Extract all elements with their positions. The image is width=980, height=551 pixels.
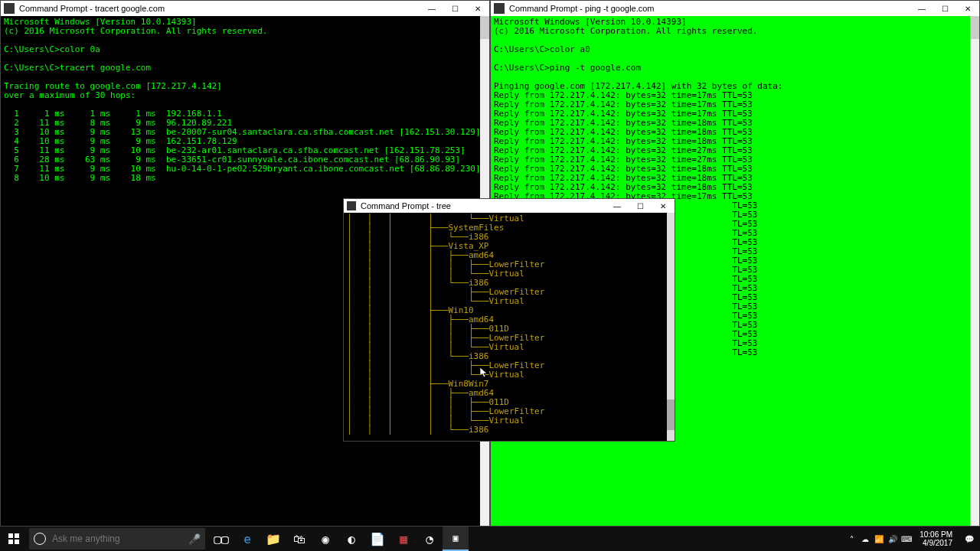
volume-icon[interactable]: 🔊 bbox=[886, 527, 900, 551]
svg-rect-0 bbox=[8, 533, 13, 538]
action-center-icon[interactable]: 💬 bbox=[959, 535, 980, 543]
minimize-button[interactable]: — bbox=[606, 198, 629, 214]
close-button[interactable]: ✕ bbox=[956, 1, 979, 16]
file-explorer-icon[interactable]: 📁 bbox=[260, 527, 286, 551]
chrome-icon[interactable]: ◉ bbox=[312, 527, 338, 551]
tree-titlebar[interactable]: Command Prompt - tree — ☐ ✕ bbox=[344, 199, 675, 213]
cortana-icon bbox=[34, 533, 46, 545]
minimize-button[interactable]: — bbox=[910, 1, 933, 16]
network-icon[interactable]: 📶 bbox=[872, 527, 886, 551]
ping-scrollbar[interactable] bbox=[970, 16, 979, 526]
search-input[interactable] bbox=[52, 533, 188, 544]
clock-time: 10:06 PM bbox=[920, 530, 952, 539]
edge-icon[interactable]: e bbox=[234, 527, 260, 551]
maximize-button[interactable]: ☐ bbox=[443, 1, 466, 16]
cmd-icon bbox=[494, 3, 505, 14]
cmd-taskbar-icon[interactable]: ▣ bbox=[443, 527, 469, 551]
steam-icon[interactable]: ◐ bbox=[338, 527, 364, 551]
close-button[interactable]: ✕ bbox=[466, 1, 489, 16]
store-icon[interactable]: 🛍 bbox=[286, 527, 312, 551]
mic-icon[interactable]: 🎤 bbox=[188, 533, 201, 545]
app-icon-red[interactable]: ▦ bbox=[390, 527, 416, 551]
close-button[interactable]: ✕ bbox=[652, 198, 675, 214]
tree-scrollbar[interactable] bbox=[667, 213, 675, 441]
cmd-icon bbox=[4, 3, 15, 14]
maximize-button[interactable]: ☐ bbox=[933, 1, 956, 16]
onedrive-icon[interactable]: ☁ bbox=[858, 527, 872, 551]
tree-title: Command Prompt - tree bbox=[359, 201, 606, 210]
svg-rect-1 bbox=[15, 533, 19, 538]
search-box[interactable]: 🎤 bbox=[29, 528, 205, 549]
svg-rect-2 bbox=[8, 540, 13, 544]
tray-chevron-icon[interactable]: ˄ bbox=[844, 527, 858, 551]
cmd-icon bbox=[347, 201, 356, 210]
tracert-titlebar[interactable]: Command Prompt - tracert google.com — ☐ … bbox=[1, 1, 489, 16]
taskbar-apps: ▢▢ e 📁 🛍 ◉ ◐ 📄 ▦ ◔ ▣ bbox=[208, 527, 469, 551]
clock[interactable]: 10:06 PM 4/9/2017 bbox=[913, 530, 959, 547]
tree-terminal[interactable]: │ │ │ │ └───Virtual │ │ │ ├───SystemFile… bbox=[344, 213, 675, 441]
notepad-icon[interactable]: 📄 bbox=[364, 527, 390, 551]
ping-title: Command Prompt - ping -t google.com bbox=[508, 4, 910, 13]
clock-date: 4/9/2017 bbox=[920, 539, 952, 547]
minimize-button[interactable]: — bbox=[420, 1, 443, 16]
tree-window: Command Prompt - tree — ☐ ✕ │ │ │ │ └───… bbox=[343, 198, 675, 442]
maximize-button[interactable]: ☐ bbox=[629, 198, 652, 214]
keyboard-icon[interactable]: ⌨ bbox=[900, 527, 913, 551]
ping-titlebar[interactable]: Command Prompt - ping -t google.com — ☐ … bbox=[491, 1, 979, 16]
start-button[interactable] bbox=[0, 527, 28, 551]
system-tray: ˄ ☁ 📶 🔊 ⌨ 10:06 PM 4/9/2017 💬 bbox=[844, 527, 980, 551]
taskbar: 🎤 ▢▢ e 📁 🛍 ◉ ◐ 📄 ▦ ◔ ▣ ˄ ☁ 📶 🔊 ⌨ 10:06 P… bbox=[0, 527, 980, 551]
svg-rect-3 bbox=[15, 540, 19, 544]
task-view-icon[interactable]: ▢▢ bbox=[208, 527, 234, 551]
tracert-title: Command Prompt - tracert google.com bbox=[18, 4, 420, 13]
app-icon-misc[interactable]: ◔ bbox=[416, 527, 443, 551]
